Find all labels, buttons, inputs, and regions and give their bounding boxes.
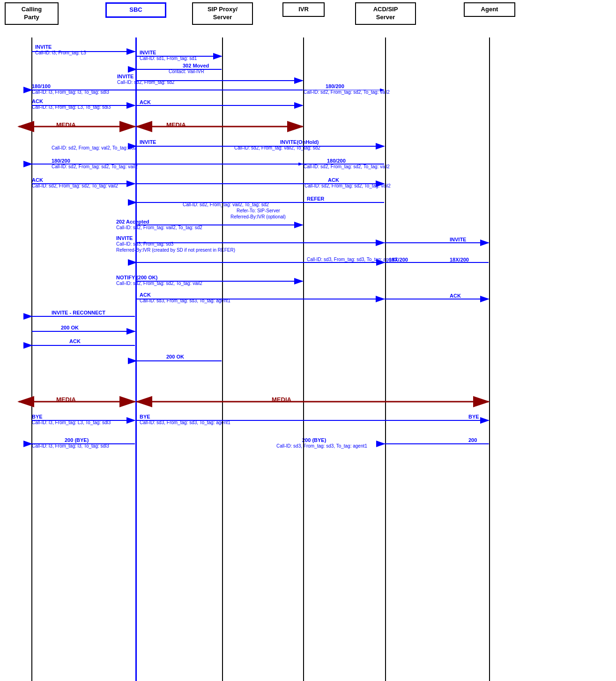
participant-agent: Agent bbox=[464, 2, 515, 17]
participant-ivr: IVR bbox=[282, 2, 325, 17]
diagram: CallingParty SBC SIP Proxy/Server IVR AC… bbox=[0, 0, 616, 681]
participant-sip: SIP Proxy/Server bbox=[192, 2, 253, 25]
participant-sbc: SBC bbox=[105, 2, 166, 18]
arrows-svg bbox=[0, 0, 616, 681]
participant-calling: CallingParty bbox=[5, 2, 59, 25]
participant-acd: ACD/SIPServer bbox=[355, 2, 416, 25]
